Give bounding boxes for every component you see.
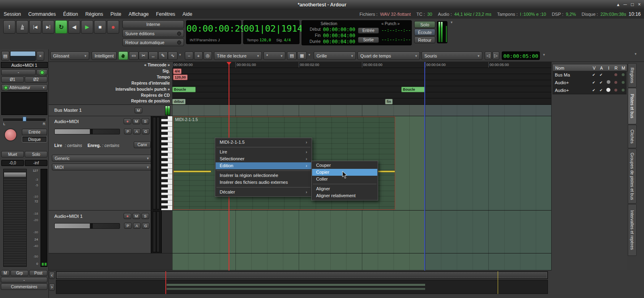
mixer-view-button[interactable]: ▤ [287,51,297,60]
tab-intervalles[interactable]: Intervalles et repères [628,204,637,256]
selection-duration-value[interactable]: 00:00:04:00 [323,39,355,45]
solo-button[interactable]: Solo [414,21,435,28]
range-tool-button[interactable]: ▭ [129,51,139,60]
sync-source-selector[interactable]: Interne [122,20,184,28]
selection-end-value[interactable]: 00:00:04:00 [323,33,355,38]
audio-midi-1-track-name[interactable]: Audio+MIDI 1 [54,214,83,219]
nudge-forward-button[interactable]: ▷ [492,51,499,60]
track2-playlist-button[interactable]: P [124,223,132,229]
group-button[interactable]: Grp [11,270,28,276]
snap-chevron-icon[interactable]: ▾ [308,53,310,57]
draw-tool-button[interactable]: ✎ [158,51,168,60]
strip-mute-point-button[interactable]: M [1,270,10,276]
track-list-row[interactable]: Audio+ ✔ ✔ [552,86,627,94]
audio-midi-1-track-header[interactable]: Audio+MIDI 1 ● M S P A G [49,211,172,253]
phase1-button[interactable]: Ø1 [1,77,24,83]
shade-icon[interactable]: ▴ [617,2,619,7]
disk-button[interactable]: Disque [22,136,47,143]
trim-led-button[interactable] [36,69,47,75]
track2-mute-button[interactable]: M [133,213,140,219]
midi-note[interactable] [173,170,211,172]
menu-item-inserer-fichiers[interactable]: Insérer des fichiers audio externes [216,179,311,186]
follow-edits-toggle[interactable]: Suivre éditions [122,30,184,37]
track1-gain-knob[interactable] [90,129,93,134]
audio-midi-track-name[interactable]: Audio+MIDI [54,119,79,124]
tab-cliches[interactable]: Clichés [628,125,637,148]
track1-lire-value[interactable]: : certains [65,143,82,148]
menu-item-region-name[interactable]: MIDI-2-1-1.5 › [216,139,311,146]
menu-regions[interactable]: Régions [81,11,107,17]
nudge-back-button[interactable]: ◁ [485,51,492,60]
track1-enreg-value[interactable]: : certains [102,143,120,148]
ruler-label-position-markers[interactable]: Repères de position [131,98,170,104]
grid-unit-selector[interactable]: Quart de temps▾ [357,51,420,60]
menu-item-decaler[interactable]: Décaler › [216,189,311,196]
solo-strip-button[interactable]: Solo [25,151,47,158]
mute-cell[interactable] [619,73,627,77]
menu-item-inserer-region[interactable]: Insérer la région sélectionnée [216,172,311,179]
visible-check-icon[interactable]: ✔ [590,73,597,77]
track2-gain-knob[interactable] [90,224,93,228]
mute-cell[interactable] [619,81,627,85]
gain-display[interactable]: -0,0 [1,160,24,166]
audio-midi-track-header[interactable]: Audio+MIDI ● M S P A G Lire : certains E… [49,116,172,211]
mute-cell[interactable] [619,88,627,92]
tempo-marker[interactable]: 120,00 [173,74,188,80]
menu-item-aligner-relativement[interactable]: Aligner relativement [312,192,377,199]
strip-fader-display[interactable] [10,51,36,61]
horizontal-scrollbar[interactable] [56,271,548,279]
tab-groupes[interactable]: Groupes de pistes et bus [628,149,637,204]
strip-track-name[interactable]: Audio+MIDI 1 [1,62,48,68]
maximize-icon[interactable]: □ [631,2,634,7]
ruler-label-tempo[interactable]: Tempo [157,74,170,80]
close-icon[interactable]: × [638,2,641,7]
sig-value[interactable]: 4/4 [284,38,291,42]
menu-item-aligner[interactable]: Aligner [312,185,377,192]
active-check-icon[interactable]: ✔ [597,73,605,77]
ecoute-button[interactable]: Écoute [414,29,435,36]
track1-solo-button[interactable]: S [141,118,149,124]
phase2-button[interactable]: Ø2 [25,77,47,83]
track2-record-button[interactable]: ● [124,213,131,219]
meter-point-button[interactable]: Post [29,270,47,276]
rec-cell[interactable] [612,81,619,85]
track2-group-button[interactable]: G [142,223,150,229]
menu-session[interactable]: Session [0,11,25,17]
edit-point-selector[interactable]: Tête de lecture▾ [214,51,262,60]
gain-fader[interactable] [3,169,27,267]
menu-item-edition[interactable]: Édition › [216,162,311,169]
zoom-focus-selector[interactable]: *▾ [263,51,285,60]
stop-button[interactable]: ■ [94,20,106,34]
scroll-left-button[interactable]: ‹ [49,272,55,279]
loop-start-marker[interactable]: Boucle [172,87,196,92]
start-marker[interactable]: début [172,99,186,104]
menu-aide[interactable]: Aide [179,11,196,17]
grab-tool-button[interactable] [118,51,128,60]
track-list-row[interactable]: Audio+ ✔ ✔ [552,79,627,87]
menu-piste[interactable]: Piste [107,11,125,17]
session-summary[interactable] [56,280,548,294]
menu-item-selectionner[interactable]: Sélectionner › [216,155,311,162]
visible-check-icon[interactable]: ✔ [590,88,597,92]
col-v[interactable]: V [591,66,598,70]
input-cell[interactable] [605,80,612,85]
track1-gain-slider[interactable] [54,129,120,134]
internal-edit-tool-button[interactable]: ∿ [168,51,178,60]
zoom-in-button[interactable]: + [194,51,203,60]
bus-mute-button[interactable]: M [135,107,142,113]
track1-playlist-button[interactable]: P [124,128,132,134]
sig-marker[interactable]: 4/4 [173,68,182,74]
col-a[interactable]: A [598,66,605,70]
output-button[interactable]: - [1,277,47,283]
fader-automation-selector[interactable]: Atténuateur ▾ [1,84,47,91]
monitor-options-chevron-icon[interactable]: ▾ [451,20,453,24]
retour-button[interactable]: Retour [414,36,435,43]
menu-fenetres[interactable]: Fenêtres [152,11,179,17]
gain-fader-knob[interactable] [4,172,26,177]
track1-group-button[interactable]: G [142,128,150,134]
col-r[interactable]: R [612,66,620,70]
primary-clock[interactable]: 00:00:00:29 INT/Paramètres J [186,20,241,44]
track1-automation-button[interactable]: A [133,128,141,134]
menu-affichage[interactable]: Affichage [125,11,152,17]
tempo-value[interactable]: 120,0 [259,38,271,42]
